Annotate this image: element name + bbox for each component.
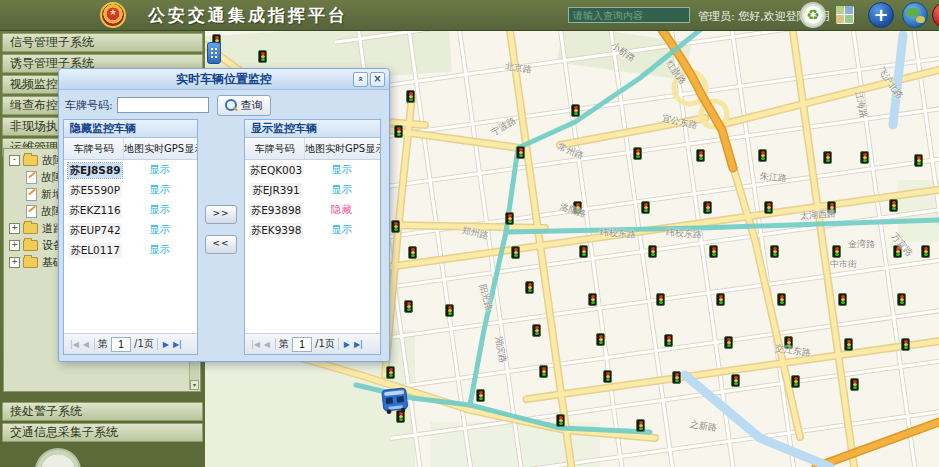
last-page-icon[interactable]: ▶| [173,340,182,349]
traffic-light-icon[interactable] [532,324,541,337]
traffic-light-icon[interactable] [791,375,800,388]
traffic-light-icon[interactable] [511,246,520,259]
table-row[interactable]: 苏EJ8S89显示 [64,160,197,180]
window-close-icon[interactable]: × [370,72,385,87]
gps-toggle-link[interactable]: 显示 [303,163,380,177]
table-row[interactable]: 苏EL0117显示 [64,240,197,260]
traffic-light-icon[interactable] [648,245,657,258]
traffic-light-icon[interactable] [838,293,847,306]
table-row[interactable]: 苏EQK003显示 [245,160,380,180]
globe-icon[interactable] [902,2,928,28]
traffic-light-icon[interactable] [850,378,859,391]
gps-toggle-link[interactable]: 显示 [303,223,380,237]
sidebar-item[interactable]: 交通信息采集子系统 [2,423,203,442]
traffic-light-icon[interactable] [709,245,718,258]
expand-node-icon[interactable]: + [9,257,20,268]
traffic-light-icon[interactable] [641,201,650,214]
traffic-light-icon[interactable] [556,414,565,427]
move-left-button[interactable]: << [205,235,237,254]
traffic-light-icon[interactable] [914,154,923,167]
first-page-icon[interactable]: |◀ [70,340,79,349]
map-compass-control[interactable] [35,448,81,467]
traffic-light-icon[interactable] [832,245,841,258]
search-button[interactable]: 查询 [217,95,271,116]
traffic-light-icon[interactable] [394,125,403,138]
table-row[interactable]: 苏EJR391显示 [245,180,380,200]
traffic-light-icon[interactable] [258,50,267,63]
next-page-icon[interactable]: ▶ [163,340,169,349]
traffic-light-icon[interactable] [525,281,534,294]
traffic-light-icon[interactable] [391,220,400,233]
traffic-light-icon[interactable] [596,333,605,346]
traffic-light-icon[interactable] [386,366,395,379]
traffic-light-icon[interactable] [406,90,415,103]
expand-node-icon[interactable]: + [9,223,20,234]
traffic-light-icon[interactable] [664,334,673,347]
traffic-light-icon[interactable] [770,245,779,258]
table-row[interactable]: 苏EK9398显示 [245,220,380,240]
collapse-node-icon[interactable]: - [9,155,20,166]
gps-toggle-link[interactable]: 显示 [122,203,197,217]
traffic-light-icon[interactable] [656,293,665,306]
window-collapse-icon[interactable]: « [353,72,368,87]
page-input[interactable] [292,337,312,352]
traffic-light-icon[interactable] [764,201,773,214]
traffic-light-icon[interactable] [445,304,454,317]
recycle-icon[interactable]: ♻ [800,2,826,28]
table-row[interactable]: 苏EKZ116显示 [64,200,197,220]
traffic-light-icon[interactable] [889,199,898,212]
traffic-light-icon[interactable] [921,245,930,258]
first-page-icon[interactable]: |◀ [251,340,260,349]
gps-toggle-link[interactable]: 显示 [122,223,197,237]
traffic-light-icon[interactable] [823,151,832,164]
traffic-light-icon[interactable] [844,338,853,351]
police-vehicle-icon[interactable] [378,385,411,419]
sidebar-collapse-handle[interactable] [207,42,221,64]
traffic-light-icon[interactable] [404,300,413,313]
next-page-icon[interactable]: ▶ [344,340,350,349]
table-row[interactable]: 苏EUP742显示 [64,220,197,240]
alarm-icon[interactable] [932,2,939,28]
traffic-light-icon[interactable] [672,371,681,384]
expand-node-icon[interactable]: + [9,240,20,251]
sidebar-item[interactable]: 信号管理子系统 [2,33,203,52]
traffic-light-icon[interactable] [897,293,906,306]
traffic-light-icon[interactable] [724,336,733,349]
page-input[interactable] [111,337,131,352]
traffic-light-icon[interactable] [408,246,417,259]
prev-page-icon[interactable]: ◀ [264,340,270,349]
traffic-light-icon[interactable] [636,419,645,432]
traffic-light-icon[interactable] [703,201,712,214]
traffic-light-icon[interactable] [588,293,597,306]
traffic-light-icon[interactable] [901,338,910,351]
global-search-input[interactable] [568,7,690,23]
gps-toggle-link[interactable]: 显示 [122,183,197,197]
traffic-light-icon[interactable] [758,149,767,162]
traffic-light-icon[interactable] [579,245,588,258]
map-tiles-icon[interactable] [836,6,854,24]
traffic-light-icon[interactable] [505,212,514,225]
traffic-light-icon[interactable] [476,389,485,402]
traffic-light-icon[interactable] [516,146,525,159]
gps-toggle-link[interactable]: 显示 [122,163,197,177]
traffic-light-icon[interactable] [731,374,740,387]
traffic-light-icon[interactable] [633,147,642,160]
gps-toggle-link[interactable]: 隐藏 [303,203,380,217]
table-row[interactable]: 苏E93898隐藏 [245,200,380,220]
traffic-light-icon[interactable] [603,370,612,383]
traffic-light-icon[interactable] [860,151,869,164]
add-icon[interactable]: + [868,2,894,28]
traffic-light-icon[interactable] [539,365,548,378]
gps-toggle-link[interactable]: 显示 [122,243,197,257]
gps-toggle-link[interactable]: 显示 [303,183,380,197]
move-right-button[interactable]: >> [205,205,237,224]
traffic-light-icon[interactable] [696,149,705,162]
prev-page-icon[interactable]: ◀ [83,340,89,349]
traffic-light-icon[interactable] [716,293,725,306]
dialog-titlebar[interactable]: 实时车辆位置监控 « × [59,69,389,90]
sidebar-item[interactable]: 接处警子系统 [2,402,203,421]
plate-input[interactable] [117,97,209,113]
table-row[interactable]: 苏E5590P显示 [64,180,197,200]
traffic-light-icon[interactable] [777,293,786,306]
traffic-light-icon[interactable] [571,104,580,117]
